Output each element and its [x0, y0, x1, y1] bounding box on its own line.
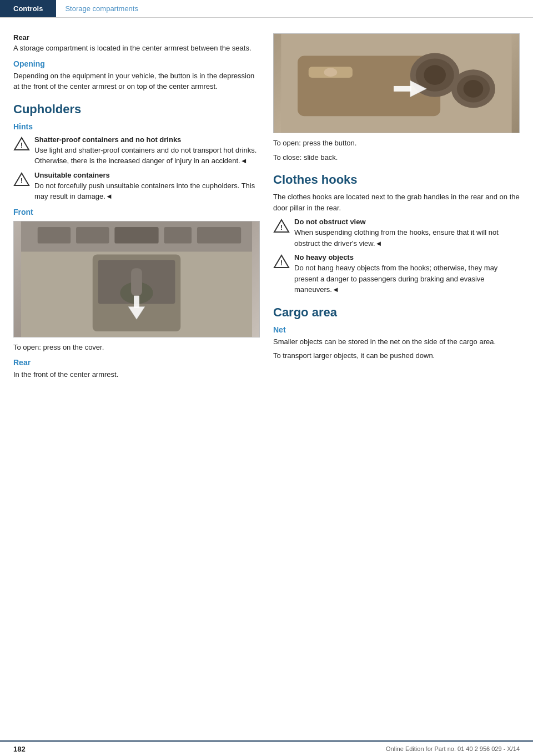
warning-unsuitable-body: Do not forcefully push unsuitable contai… — [34, 182, 255, 201]
rear-title: Rear — [13, 33, 260, 42]
rear-armrest-image — [273, 33, 520, 133]
warning-shatter-proof: ! Shatter-proof containers and no hot dr… — [13, 135, 260, 167]
svg-rect-16 — [134, 295, 139, 308]
warning-heavy-text: No heavy objects Do not hang heavy objec… — [294, 253, 520, 295]
svg-rect-28 — [394, 86, 411, 92]
page-footer: 182 Online Edition for Part no. 01 40 2 … — [0, 740, 533, 756]
rear-image-svg — [274, 34, 519, 133]
rear2-title: Rear — [13, 358, 260, 367]
front-cupholder-image — [13, 221, 260, 337]
svg-text:!: ! — [280, 259, 283, 267]
rear2-body: In the front of the center armrest. — [13, 369, 260, 380]
warning-icon-4: ! — [273, 254, 290, 269]
svg-rect-12 — [114, 226, 158, 243]
clothes-hooks-title: Clothes hooks — [273, 173, 520, 187]
svg-text:!: ! — [21, 141, 23, 149]
clothes-hooks-body: The clothes hooks are located next to th… — [273, 191, 520, 213]
open-text: To open: press the button. — [273, 138, 520, 149]
net-body1: Smaller objects can be stored in the net… — [273, 336, 520, 347]
main-content: Rear A storage compartment is located in… — [0, 18, 533, 406]
warning-shatter-title: Shatter-proof containers and no hot drin… — [34, 135, 260, 144]
warning-obstruct-title: Do not obstruct view — [294, 218, 520, 226]
warning-heavy-body: Do not hang heavy objects from the hooks… — [294, 264, 497, 294]
opening-body: Depending on the equipment in your vehic… — [13, 70, 260, 92]
warning-shatter-body: Use light and shatter-proof containers a… — [34, 146, 257, 165]
svg-point-21 — [424, 65, 446, 85]
hints-title: Hints — [13, 122, 260, 131]
warning-unsuitable-title: Unsuitable containers — [34, 171, 260, 179]
svg-rect-11 — [76, 226, 109, 243]
controls-label: Controls — [13, 4, 43, 13]
warning-icon-3: ! — [273, 219, 290, 233]
warning-icon-2: ! — [13, 172, 30, 187]
net-body2: To transport larger objects, it can be p… — [273, 350, 520, 361]
warning-obstruct-body: When suspending clothing from the hooks,… — [294, 228, 499, 248]
svg-rect-8 — [131, 268, 142, 296]
warning-obstruct-view: ! Do not obstruct view When suspending c… — [273, 218, 520, 249]
storage-label: Storage compartments — [65, 4, 138, 13]
left-column: Rear A storage compartment is located in… — [13, 29, 260, 384]
front-image-svg — [14, 221, 259, 337]
page-number: 182 — [13, 745, 26, 753]
right-column: To open: press the button. To close: sli… — [273, 29, 520, 384]
front-title: Front — [13, 208, 260, 216]
warning-heavy-title: No heavy objects — [294, 253, 520, 261]
rear-body: A storage compartment is located in the … — [13, 43, 260, 54]
header-controls-tab: Controls — [0, 0, 56, 17]
svg-rect-13 — [164, 226, 192, 243]
header-storage-tab: Storage compartments — [56, 0, 147, 17]
edition-text: Online Edition for Part no. 01 40 2 956 … — [386, 745, 520, 752]
warning-unsuitable-text: Unsuitable containers Do not forcefully … — [34, 171, 260, 202]
svg-point-26 — [324, 68, 337, 77]
cupholders-title: Cupholders — [13, 102, 260, 117]
svg-text:!: ! — [280, 223, 283, 231]
opening-title: Opening — [13, 59, 260, 68]
svg-text:!: ! — [21, 177, 23, 185]
page-header: Controls Storage compartments — [0, 0, 533, 18]
svg-rect-10 — [38, 226, 71, 243]
svg-point-24 — [464, 80, 484, 98]
warning-obstruct-text: Do not obstruct view When suspending clo… — [294, 218, 520, 249]
net-title: Net — [273, 325, 520, 334]
warning-heavy-objects: ! No heavy objects Do not hang heavy obj… — [273, 253, 520, 295]
cargo-area-title: Cargo area — [273, 305, 520, 320]
svg-rect-14 — [197, 226, 241, 243]
close-text: To close: slide back. — [273, 152, 520, 163]
warning-unsuitable: ! Unsuitable containers Do not forcefull… — [13, 171, 260, 202]
warning-icon-1: ! — [13, 137, 30, 151]
warning-shatter-text: Shatter-proof containers and no hot drin… — [34, 135, 260, 167]
front-open-text: To open: press on the cover. — [13, 342, 260, 353]
